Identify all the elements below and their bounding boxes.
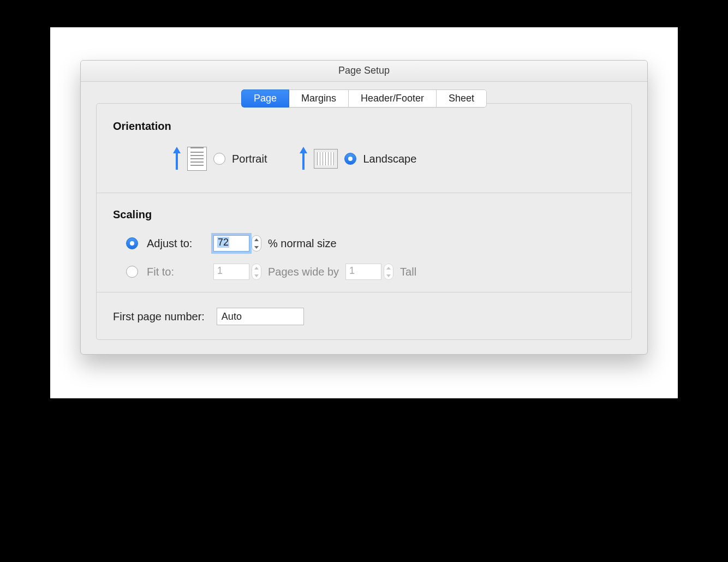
- adjust-to-stepper[interactable]: [252, 235, 261, 252]
- fit-tall-stepper[interactable]: [384, 264, 393, 280]
- segmented-control: Page Margins Header/Footer Sheet: [241, 89, 487, 107]
- fit-tall-input[interactable]: 1: [345, 264, 381, 280]
- orientation-heading: Orientation: [113, 120, 615, 133]
- tab-margins[interactable]: Margins: [289, 89, 349, 107]
- adjust-to-suffix: % normal size: [268, 237, 337, 250]
- orientation-portrait-group: Portrait: [173, 147, 267, 171]
- fit-tall-label: Tall: [400, 266, 416, 278]
- fit-to-label: Fit to:: [147, 266, 207, 278]
- stepper-up-icon[interactable]: [252, 264, 261, 272]
- stepper-down-icon[interactable]: [384, 272, 393, 279]
- divider: [97, 292, 631, 292]
- arrow-up-icon: [300, 147, 307, 171]
- stepper-up-icon[interactable]: [252, 236, 261, 243]
- arrow-up-icon: [173, 147, 181, 171]
- dialog-content: Page Margins Header/Footer Sheet Orienta…: [81, 82, 647, 354]
- portrait-page-icon: [187, 147, 207, 171]
- fit-middle-text: Pages wide by: [268, 266, 339, 278]
- adjust-to-input[interactable]: 72: [213, 235, 249, 252]
- stepper-down-icon[interactable]: [252, 272, 261, 279]
- fit-tall-stepper-group: 1: [345, 264, 393, 280]
- tab-sheet[interactable]: Sheet: [437, 89, 487, 107]
- adjust-to-label: Adjust to:: [147, 237, 207, 250]
- stepper-up-icon[interactable]: [384, 264, 393, 272]
- stepper-down-icon[interactable]: [252, 243, 261, 251]
- portrait-label: Portrait: [232, 153, 267, 165]
- landscape-label: Landscape: [363, 153, 416, 165]
- tab-header-footer[interactable]: Header/Footer: [349, 89, 437, 107]
- scaling-options: Adjust to: 72 % normal size Fit to:: [113, 235, 615, 280]
- page-setup-dialog: Page Setup Page Margins Header/Footer Sh…: [80, 60, 648, 355]
- fit-to-radio[interactable]: [126, 266, 138, 278]
- tab-page[interactable]: Page: [241, 89, 289, 107]
- fit-wide-stepper-group: 1: [213, 264, 261, 280]
- window-backdrop: Page Setup Page Margins Header/Footer Sh…: [50, 27, 678, 398]
- fit-to-row: Fit to: 1 Pages wide by 1: [126, 264, 615, 280]
- landscape-page-icon: [314, 149, 338, 169]
- orientation-options: Portrait Landscape: [113, 147, 615, 171]
- fit-wide-stepper[interactable]: [252, 264, 261, 280]
- scaling-heading: Scaling: [113, 208, 615, 221]
- first-page-number-label: First page number:: [113, 310, 205, 323]
- divider: [97, 193, 631, 193]
- orientation-landscape-group: Landscape: [300, 147, 416, 171]
- landscape-radio[interactable]: [344, 153, 356, 165]
- options-panel: Orientation Portrait Landscape: [96, 103, 632, 340]
- first-page-number-row: First page number:: [113, 308, 615, 325]
- fit-wide-input[interactable]: 1: [213, 264, 249, 280]
- adjust-to-stepper-group: 72: [213, 235, 261, 252]
- tab-bar: Page Margins Header/Footer Sheet: [96, 89, 632, 107]
- dialog-title: Page Setup: [81, 61, 647, 82]
- first-page-number-input[interactable]: [217, 308, 304, 325]
- adjust-to-radio[interactable]: [126, 237, 138, 249]
- portrait-radio[interactable]: [213, 153, 225, 165]
- adjust-to-row: Adjust to: 72 % normal size: [126, 235, 615, 252]
